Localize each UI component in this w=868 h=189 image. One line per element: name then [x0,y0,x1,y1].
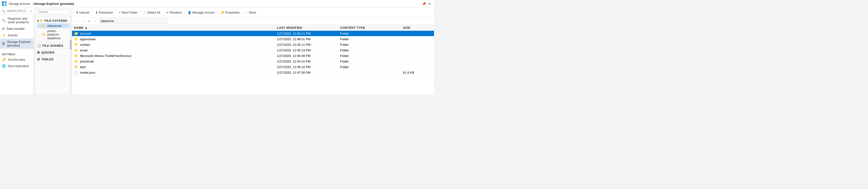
file-shares-icon: 📋 [37,44,41,48]
key-icon: 🔑 [2,58,6,61]
file-name-cell: 📁 email [74,48,277,52]
folder-icon: 📁 [74,48,78,52]
col-header-content-type[interactable]: CONTENT TYPE [340,26,403,30]
more-label: More [249,11,256,14]
file-name-cell: 📄 model.json [74,70,277,74]
file-modified: 1/27/2020, 12:46:01 PM [277,37,340,41]
sidebar-item-label: Access keys [8,58,25,61]
sidebar-item-diagnose[interactable]: 🔧 Diagnose and solve problems [0,15,35,26]
sidebar-search-bar: 🔍 « [0,8,35,14]
file-row[interactable]: 📁 Microsoft.Athena.TrickleFeedService 1/… [72,53,434,59]
col-header-modified[interactable]: LAST MODIFIED [277,26,340,30]
tree-search-bar [35,8,72,16]
tree-tables-header[interactable]: ⊟ TABLES [35,57,72,62]
properties-button[interactable]: 🔑 Properties [219,10,242,15]
tree-file-systems-header[interactable]: ▾ 📁 FILE SYSTEMS [37,18,70,23]
folder-icon: 📁 [74,43,78,46]
download-button[interactable]: ⬇ Download [93,10,115,15]
file-row[interactable]: 📁 account 1/27/2020, 12:45:11 PM Folder [72,31,434,36]
more-button[interactable]: ··· More [244,10,258,15]
diagnose-icon: 🔧 [2,19,6,22]
sidebar-search-icon: 🔍 [2,9,5,12]
tree-item-label: dataverse- [47,24,62,28]
sidebar-scrollbar[interactable] [33,14,35,94]
main-container: 🔍 « 🔧 Diagnose and solve problems ⇄ Data… [0,8,434,94]
new-folder-button[interactable]: + New Folder [117,10,140,15]
file-name: account [80,32,91,35]
file-content-type: Folder [340,37,403,41]
tree-search-input[interactable] [37,9,70,14]
rename-button[interactable]: ✏ Rename [164,10,184,15]
file-modified: 1/27/2020, 12:47:08 PM [277,71,340,74]
file-row[interactable]: 📁 phonecall 1/27/2020, 12:45:10 PM Folde… [72,59,434,64]
sidebar-item-label: Diagnose and solve problems [8,17,33,24]
manage-access-label: Manage Access [192,11,215,14]
down-button[interactable]: ∨ [87,19,92,24]
file-name: model.json [80,71,95,74]
new-folder-label: New Folder [121,11,137,14]
file-content-type: Folder [340,43,403,46]
file-row[interactable]: 📁 appmodule 1/27/2020, 12:46:01 PM Folde… [72,36,434,42]
tree-item-power-platform[interactable]: 📁 power-platform-dataflows [37,28,70,41]
select-all-button[interactable]: ⬚ Select All [142,10,162,15]
title-bar-controls: 📌 ✕ [422,1,432,6]
sort-icon: ▲ [84,26,88,30]
file-name-cell: 📁 phonecall [74,59,277,63]
manage-access-button[interactable]: 👤 Manage Access [186,10,217,15]
sidebar-item-access-keys[interactable]: 🔑 Access keys [0,56,35,63]
select-all-label: Select All [147,11,160,14]
file-name: task [80,65,86,69]
up-button[interactable]: ↑ [93,19,98,24]
tree-expand-icon: ▾ [37,19,39,23]
file-row[interactable]: 📁 email 1/27/2020, 12:45:14 PM Folder [72,48,434,53]
file-row[interactable]: 📄 model.json 1/27/2020, 12:47:08 PM 61.4… [72,70,434,75]
col-header-size[interactable]: SIZE [403,26,432,30]
tree-item-dataverse[interactable]: 📁 dataverse- [37,23,70,28]
file-name-cell: 📁 Microsoft.Athena.TrickleFeedService [74,54,277,58]
sidebar-item-data-transfer[interactable]: ⇄ Data transfer [0,26,35,32]
sidebar-item-events[interactable]: ⚡ Events [0,32,35,38]
file-name: Microsoft.Athena.TrickleFeedService [80,54,131,58]
col-header-name[interactable]: NAME ▲ [74,26,277,30]
file-name: phonecall [80,60,94,63]
tree-label: TABLES [41,57,54,61]
tree-scroll-thumb [70,40,72,50]
more-icon: ··· [246,11,248,14]
folder-icon: 📁 [42,24,46,28]
sidebar-divider [0,50,35,50]
sidebar-item-geo-replication[interactable]: 🌐 Geo-replication [0,63,35,69]
file-row[interactable]: 📁 task 1/27/2020, 12:45:10 PM Folder [72,64,434,70]
file-rows-container: 📁 account 1/27/2020, 12:45:11 PM Folder … [72,31,434,75]
forward-button[interactable]: → [80,19,86,24]
address-bar: ← → ∨ ↑ [72,18,434,25]
rename-icon: ✏ [166,11,169,14]
sidebar-item-label: Geo-replication [8,64,29,68]
explorer-panel: ⬆ Upload ⬇ Download + New Folder ⬚ Selec… [72,8,434,94]
sidebar-item-label: Events [8,33,18,37]
file-name-cell: 📁 appmodule [74,37,277,41]
file-content-type: Folder [340,49,403,52]
tree-file-shares-header[interactable]: 📋 FILE SHARES [35,43,72,49]
sidebar: 🔍 « 🔧 Diagnose and solve problems ⇄ Data… [0,8,35,94]
account-label: Storage account [9,2,30,6]
sidebar-search-input[interactable] [7,9,28,12]
pin-button[interactable]: 📌 [422,1,426,6]
sidebar-item-storage-explorer[interactable]: 🗄 Storage Explorer (preview) [0,38,35,49]
toolbar-sep-6 [217,10,218,15]
queues-icon: ⊞ [37,51,40,54]
toolbar-sep-3 [141,10,141,15]
upload-button[interactable]: ⬆ Upload [74,10,91,15]
tree-scrollbar[interactable] [70,16,72,94]
tree-queues-header[interactable]: ⊞ QUEUES [35,50,72,55]
sidebar-collapse-button[interactable]: « [30,9,33,12]
tree-separator-2 [35,49,72,49]
tree-item-label: power-platform-dataflows [47,29,68,40]
folder-icon: 📁 [74,32,78,35]
tree-label: FILE SHARES [42,44,63,48]
close-button[interactable]: ✕ [427,1,432,6]
tree-label: QUEUES [41,51,55,54]
tables-icon: ⊟ [37,57,40,61]
address-input[interactable] [99,19,167,24]
back-button[interactable]: ← [74,19,79,24]
file-row[interactable]: 📁 contact 1/27/2020, 12:45:11 PM Folder [72,42,434,48]
